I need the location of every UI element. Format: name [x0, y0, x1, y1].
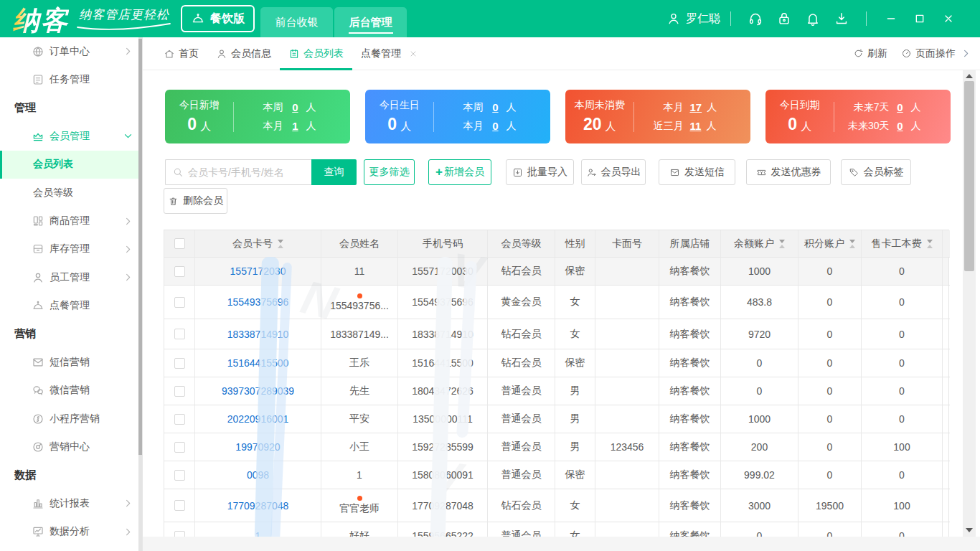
sidebar-item-11[interactable]: 短信营销: [0, 348, 142, 376]
cell-card-number: 15164415500: [195, 349, 321, 377]
cell-gender: 男: [555, 405, 595, 433]
toolbar-button-1[interactable]: +新增会员: [428, 159, 491, 185]
cell-fee: 100: [862, 489, 943, 522]
user-menu[interactable]: 罗仁聪: [666, 11, 720, 27]
row-checkbox[interactable]: [174, 329, 185, 339]
toolbar-button-5[interactable]: 发送优惠券: [746, 159, 831, 185]
sidebar-item-1[interactable]: 任务管理: [0, 65, 142, 93]
delete-member-button[interactable]: 删除会员: [164, 188, 227, 214]
page-tab-label: 会员信息: [231, 47, 271, 60]
table-row-1: 15549375696155493756...15549375696黄金会员女纳…: [164, 286, 948, 319]
row-checkbox-cell: [164, 433, 195, 461]
page-tab-3[interactable]: 点餐管理: [352, 37, 426, 70]
close-button[interactable]: [942, 12, 955, 25]
import-icon: [512, 167, 523, 178]
sidebar-item-0[interactable]: 订单中心: [0, 37, 142, 65]
stat-link[interactable]: 0: [289, 101, 301, 113]
row-checkbox[interactable]: [174, 470, 185, 481]
stat-link[interactable]: 11: [689, 120, 701, 132]
horizontal-scrollbar[interactable]: [143, 537, 980, 551]
toolbar-button-2[interactable]: 批量导入: [506, 159, 574, 185]
stat-link[interactable]: 0: [489, 120, 501, 132]
headset-icon[interactable]: [748, 11, 763, 27]
page-actions[interactable]: 页面操作: [901, 47, 956, 60]
cell-store: 纳客餐饮: [659, 286, 721, 319]
row-checkbox[interactable]: [174, 500, 185, 511]
sidebar-item-16[interactable]: 统计报表: [0, 489, 142, 517]
row-checkbox[interactable]: [174, 266, 185, 277]
close-tab-icon[interactable]: [409, 50, 418, 58]
sidebar-item-7[interactable]: 库存管理: [0, 235, 142, 263]
download-icon[interactable]: [834, 11, 849, 27]
chevron-right-icon[interactable]: [961, 49, 971, 58]
sidebar-item-8[interactable]: 员工管理: [0, 263, 142, 291]
toolbar-button-3[interactable]: 会员导出: [581, 159, 646, 185]
table-header-cell-9[interactable]: 积分账户: [798, 230, 862, 258]
sidebar-item-6[interactable]: 商品管理: [0, 207, 142, 235]
row-checkbox[interactable]: [174, 386, 185, 397]
refresh-action[interactable]: 刷新: [853, 47, 887, 60]
row-checkbox[interactable]: [174, 414, 185, 425]
toolbar: 查询 更多筛选+新增会员批量导入会员导出发送短信发送优惠券会员标签: [165, 159, 911, 185]
sidebar-item-9[interactable]: 点餐管理: [0, 292, 142, 320]
cell-points: 0: [798, 258, 862, 286]
search-button[interactable]: 查询: [311, 159, 357, 185]
sort-icon[interactable]: [927, 240, 933, 248]
sidebar-scrollbar-thumb[interactable]: [138, 39, 142, 455]
scroll-up-arrow[interactable]: [966, 74, 973, 78]
card-number-link[interactable]: 20220916001: [227, 413, 289, 425]
table-header-cell-1[interactable]: 会员卡号: [195, 230, 321, 258]
table-header-cell-8[interactable]: 余额账户: [721, 230, 798, 258]
toolbar-button-6[interactable]: 会员标签: [841, 159, 911, 185]
row-checkbox[interactable]: [174, 358, 185, 369]
cell-balance: 1000: [721, 405, 798, 433]
minimize-button[interactable]: [885, 12, 897, 25]
stat-link[interactable]: 0: [489, 101, 501, 113]
lock-icon[interactable]: [776, 11, 792, 27]
bell-icon[interactable]: [805, 11, 821, 27]
stat-link[interactable]: 1: [289, 120, 301, 132]
sidebar-item-12[interactable]: 微信营销: [0, 377, 142, 405]
sidebar-item-label: 任务管理: [50, 73, 90, 86]
header-nav-tab-admin[interactable]: 后台管理: [334, 7, 407, 37]
stat-link[interactable]: 0: [894, 101, 905, 113]
sidebar-item-14[interactable]: 营销中心: [0, 433, 142, 461]
card-number-link[interactable]: 15549375696: [227, 296, 289, 308]
sidebar-subitem-4[interactable]: 会员列表: [0, 151, 142, 179]
toolbar-button-4[interactable]: 发送短信: [659, 159, 735, 185]
card-number-link[interactable]: 17709287048: [227, 500, 289, 512]
sidebar-item-17[interactable]: 数据分析: [0, 518, 142, 546]
page-tab-2[interactable]: 会员列表: [280, 37, 352, 70]
header-nav-tab-cashier[interactable]: 前台收银: [260, 7, 333, 37]
toolbar-button-0[interactable]: 更多筛选: [364, 159, 415, 185]
card-number-link[interactable]: 0098: [247, 469, 269, 481]
row-checkbox[interactable]: [174, 442, 185, 453]
cell-gender: 女: [555, 489, 595, 522]
row-checkbox-cell: [164, 461, 195, 489]
maximize-button[interactable]: [913, 12, 926, 25]
card-number-link[interactable]: 18338714910: [227, 329, 289, 340]
card-number-link[interactable]: 15164415500: [227, 357, 289, 369]
page-tab-0[interactable]: 首页: [164, 37, 207, 70]
table-header-cell-10[interactable]: 售卡工本费: [862, 230, 943, 258]
scroll-down-arrow[interactable]: [966, 528, 973, 532]
search-input[interactable]: [188, 166, 305, 178]
card-number-link[interactable]: 19970920: [235, 441, 280, 453]
card-number-link[interactable]: 9397307289039: [222, 385, 294, 397]
sort-icon[interactable]: [779, 240, 785, 248]
page-tab-1[interactable]: 会员信息: [207, 37, 280, 70]
edition-button[interactable]: 餐饮版: [181, 5, 255, 32]
sort-icon[interactable]: [278, 240, 283, 248]
stat-link[interactable]: 17: [689, 101, 702, 113]
vertical-scrollbar-thumb[interactable]: [964, 81, 974, 271]
sidebar-item-label: 小程序营销: [50, 413, 100, 425]
select-all-checkbox[interactable]: [174, 238, 185, 249]
stat-link[interactable]: 0: [894, 120, 905, 132]
maximize-icon: [914, 13, 925, 24]
card-number-link[interactable]: 1557172030: [230, 265, 286, 277]
sort-icon[interactable]: [849, 240, 855, 248]
sidebar-item-13[interactable]: 小程序营销: [0, 405, 142, 433]
sidebar-item-3[interactable]: 会员管理: [0, 122, 142, 150]
sidebar-subitem-5[interactable]: 会员等级: [0, 179, 142, 207]
row-checkbox[interactable]: [174, 297, 185, 308]
